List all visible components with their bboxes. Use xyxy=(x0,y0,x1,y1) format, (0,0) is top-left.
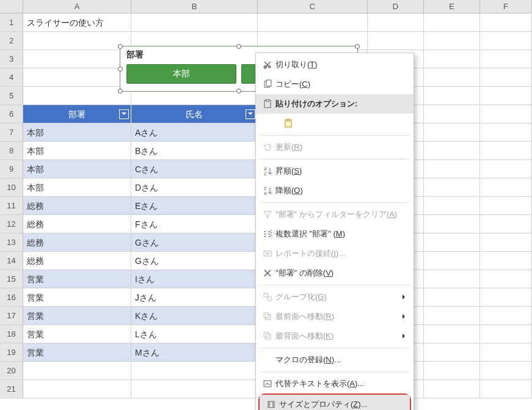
col-header-F[interactable]: F xyxy=(480,0,532,13)
row-header-4[interactable]: 4 xyxy=(0,68,23,86)
cell-B16[interactable]: Jさん xyxy=(131,288,258,306)
cell-D1[interactable] xyxy=(368,13,424,31)
cell-A12[interactable]: 総務 xyxy=(23,215,131,233)
menu-sort-asc[interactable]: AZ 昇順(S) xyxy=(256,161,414,181)
cell-F19[interactable] xyxy=(480,343,532,361)
cell-E19[interactable] xyxy=(424,343,480,361)
row-header-10[interactable]: 10 xyxy=(0,178,23,196)
menu-size-properties[interactable]: サイズとプロパティ(Z)... xyxy=(260,395,410,410)
menu-assign-macro[interactable]: マクロの登録(N)... xyxy=(256,350,414,370)
cell-E17[interactable] xyxy=(424,307,480,324)
cell-F13[interactable] xyxy=(480,233,532,251)
row-header-14[interactable]: 14 xyxy=(0,252,23,269)
row-header-5[interactable]: 5 xyxy=(0,87,23,104)
cell-A20[interactable] xyxy=(23,362,131,379)
row-header-12[interactable]: 12 xyxy=(0,215,23,233)
cell-A10[interactable]: 本部 xyxy=(23,178,131,196)
cell-A14[interactable]: 総務 xyxy=(23,252,131,269)
menu-alt-text[interactable]: 代替テキストを表示(A)... xyxy=(256,374,414,394)
cell-F2[interactable] xyxy=(480,32,532,49)
cell-F17[interactable] xyxy=(480,307,532,324)
col-header-D[interactable]: D xyxy=(368,0,424,13)
row-header-18[interactable]: 18 xyxy=(0,325,23,343)
cell-E4[interactable] xyxy=(424,68,480,86)
cell-F21[interactable] xyxy=(480,380,532,398)
col-header-E[interactable]: E xyxy=(424,0,480,13)
cell-A1[interactable]: スライサーの使い方 xyxy=(23,13,131,31)
cell-E10[interactable] xyxy=(424,178,480,196)
row-header-20[interactable]: 20 xyxy=(0,362,23,379)
row-header-21[interactable]: 21 xyxy=(0,380,23,398)
cell-B11[interactable]: Eさん xyxy=(131,197,258,214)
cell-B15[interactable]: Iさん xyxy=(131,270,258,288)
cell-A9[interactable]: 本部 xyxy=(23,160,131,178)
resize-handle[interactable] xyxy=(236,89,241,93)
row-header-17[interactable]: 17 xyxy=(0,307,23,324)
row-header-1[interactable]: 1 xyxy=(0,13,23,31)
row-header-6[interactable]: 6 xyxy=(0,105,23,123)
cell-E14[interactable] xyxy=(424,252,480,269)
cell-E15[interactable] xyxy=(424,270,480,288)
menu-sort-desc[interactable]: ZA 降順(O) xyxy=(256,181,414,200)
cell-A5[interactable] xyxy=(23,87,131,104)
cell-E12[interactable] xyxy=(424,215,480,233)
cell-F15[interactable] xyxy=(480,270,532,288)
cell-E21[interactable] xyxy=(424,380,480,398)
cell-A8[interactable]: 本部 xyxy=(23,142,131,159)
col-header-B[interactable]: B xyxy=(131,0,258,13)
col-header-A[interactable]: A xyxy=(23,0,131,13)
cell-E8[interactable] xyxy=(424,142,480,159)
menu-paste-option[interactable] xyxy=(256,114,414,133)
cell-C1[interactable] xyxy=(258,13,368,31)
cell-B10[interactable]: Dさん xyxy=(131,178,258,196)
row-header-7[interactable]: 7 xyxy=(0,123,23,141)
cell-F11[interactable] xyxy=(480,197,532,214)
cell-E3[interactable] xyxy=(424,50,480,68)
cell-B21[interactable] xyxy=(131,380,258,398)
filter-button[interactable] xyxy=(246,109,255,119)
cell-E2[interactable] xyxy=(424,32,480,49)
cell-F10[interactable] xyxy=(480,178,532,196)
col-header-C[interactable]: C xyxy=(258,0,368,13)
cell-E18[interactable] xyxy=(424,325,480,343)
cell-A3[interactable] xyxy=(23,50,131,68)
cell-A11[interactable]: 総務 xyxy=(23,197,131,214)
cell-A4[interactable] xyxy=(23,68,131,86)
cell-F18[interactable] xyxy=(480,325,532,343)
cell-F14[interactable] xyxy=(480,252,532,269)
resize-handle[interactable] xyxy=(236,44,241,49)
menu-delete[interactable]: "部署" の削除(V) xyxy=(256,263,414,283)
cell-B14[interactable]: Gさん xyxy=(131,252,258,269)
resize-handle[interactable] xyxy=(118,67,123,71)
cell-F9[interactable] xyxy=(480,160,532,178)
row-header-16[interactable]: 16 xyxy=(0,288,23,306)
cell-A17[interactable]: 営業 xyxy=(23,307,131,324)
row-header-19[interactable]: 19 xyxy=(0,343,23,361)
cell-F1[interactable] xyxy=(480,13,532,31)
cell-B18[interactable]: Lさん xyxy=(131,325,258,343)
cell-A2[interactable] xyxy=(23,32,131,49)
resize-handle[interactable] xyxy=(118,89,123,93)
cell-D2[interactable] xyxy=(368,32,424,49)
cell-E9[interactable] xyxy=(424,160,480,178)
cell-E20[interactable] xyxy=(424,362,480,379)
cell-A15[interactable]: 営業 xyxy=(23,270,131,288)
row-header-2[interactable]: 2 xyxy=(0,32,23,49)
cell-F5[interactable] xyxy=(480,87,532,104)
cell-B7[interactable]: Aさん xyxy=(131,123,258,141)
cell-B1[interactable] xyxy=(131,13,258,31)
cell-E7[interactable] xyxy=(424,123,480,141)
cell-F8[interactable] xyxy=(480,142,532,159)
row-header-13[interactable]: 13 xyxy=(0,233,23,251)
row-header-3[interactable]: 3 xyxy=(0,50,23,68)
cell-B12[interactable]: Fさん xyxy=(131,215,258,233)
cell-E5[interactable] xyxy=(424,87,480,104)
cell-B9[interactable]: Cさん xyxy=(131,160,258,178)
cell-E16[interactable] xyxy=(424,288,480,306)
cell-B17[interactable]: Kさん xyxy=(131,307,258,324)
cell-B19[interactable]: Mさん xyxy=(131,343,258,361)
cell-A19[interactable]: 営業 xyxy=(23,343,131,361)
row-header-11[interactable]: 11 xyxy=(0,197,23,214)
cell-A18[interactable]: 営業 xyxy=(23,325,131,343)
cell-F6[interactable] xyxy=(480,105,532,123)
